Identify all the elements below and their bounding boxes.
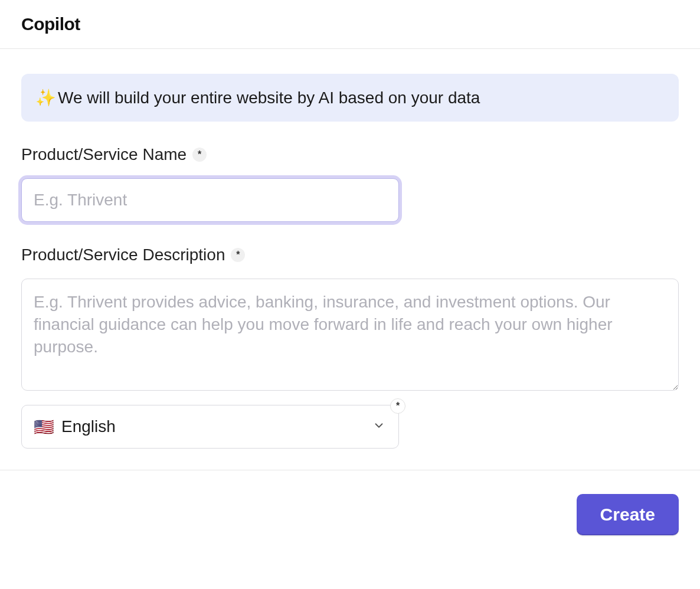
ai-banner: ✨ We will build your entire website by A… xyxy=(21,74,679,122)
sparkles-icon: ✨ xyxy=(35,88,52,107)
required-indicator-icon: * xyxy=(231,248,245,262)
product-name-input[interactable] xyxy=(21,178,399,222)
flag-icon: 🇺🇸 xyxy=(34,417,54,437)
product-name-label-row: Product/Service Name * xyxy=(21,145,679,164)
language-field-block: 🇺🇸 English * xyxy=(21,405,399,449)
header: Copilot xyxy=(0,0,700,49)
page-title: Copilot xyxy=(21,14,679,34)
product-description-label: Product/Service Description xyxy=(21,246,225,264)
product-description-label-row: Product/Service Description * xyxy=(21,246,679,264)
language-selected-label: English xyxy=(61,417,116,436)
content-area: ✨ We will build your entire website by A… xyxy=(0,49,700,470)
required-indicator-icon: * xyxy=(192,148,207,162)
product-name-input-wrap xyxy=(21,178,399,222)
create-button[interactable]: Create xyxy=(577,494,679,535)
product-name-label: Product/Service Name xyxy=(21,145,187,164)
product-description-input[interactable] xyxy=(21,279,679,391)
product-name-field-block: Product/Service Name * xyxy=(21,145,679,222)
required-indicator-icon: * xyxy=(390,398,405,414)
ai-banner-text: We will build your entire website by AI … xyxy=(58,89,480,107)
chevron-down-icon xyxy=(372,417,385,436)
footer-bar: Create xyxy=(0,470,700,553)
language-select[interactable]: 🇺🇸 English xyxy=(21,405,399,449)
product-description-field-block: Product/Service Description * xyxy=(21,246,679,393)
